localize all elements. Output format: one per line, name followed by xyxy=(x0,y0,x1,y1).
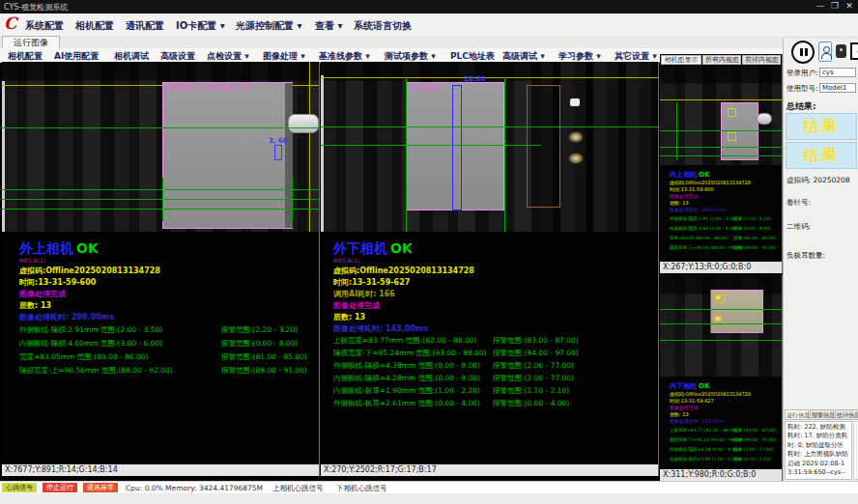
menu-io-config[interactable]: IO卡配置 ▾ xyxy=(176,19,225,33)
virtual-code-label: 虚拟码: 20250208 xyxy=(786,176,850,185)
mini-tab-camera-view[interactable]: 相机图显示 xyxy=(661,55,701,65)
orange-roi-box xyxy=(527,85,560,208)
mini-panel-inner-lower: 内下相机OK 虚拟码:Offline2025020813134728 时间:13… xyxy=(660,275,783,481)
measurement-row: 外侧极线-极耳=2.61mm 范围:(0.60 - 4.00) 报警范围:(0.… xyxy=(333,399,652,410)
alarm-range: 报警范围:(89.00 - 91.00) xyxy=(221,366,307,376)
measure-line-1 xyxy=(660,130,782,131)
menu-comm-config[interactable]: 通讯配置 xyxy=(126,19,164,33)
roller xyxy=(288,114,319,133)
user-login-button[interactable] xyxy=(818,42,832,62)
alarm-range: 报警:(89.00 - 91.00) xyxy=(733,245,776,250)
camera-name: 内下相机 xyxy=(670,382,697,390)
pause-button[interactable] xyxy=(791,41,815,64)
measurement-value: 内侧极线-隔膜=4.28mm 范围:(0.00 - 9.00) xyxy=(333,374,480,383)
electrode-region xyxy=(721,102,758,160)
process-done-line: 图像处理完成 xyxy=(19,289,66,299)
measurement-value: 上极宽度=83.77 (82.00 - 88.00) xyxy=(670,428,737,433)
mes-label: MES:B(1) xyxy=(333,257,359,264)
stats-tab-alarm[interactable]: 报警信息 xyxy=(810,409,834,420)
camera-name: 外上相机 xyxy=(19,240,73,256)
elapsed-line: 图像处理耗时: 143.00ms xyxy=(333,323,428,334)
measurement-value: 隔膜宽度-下=95.24mm 范围:(93.00 - 98.00) xyxy=(333,349,487,358)
measure-line-4 xyxy=(2,209,319,210)
mini-camera-image[interactable] xyxy=(660,275,782,377)
measure-line-2 xyxy=(660,323,782,324)
measurement-row: 宽度=83.05 (80.00 - 86.00) 报警:(81.00 - 85.… xyxy=(670,236,778,243)
ai-region-label: AI检测区域 xyxy=(409,83,443,93)
layers-line: 层数: 13 xyxy=(670,411,689,417)
measure-line-1 xyxy=(660,309,782,310)
result-box-1: 结果 xyxy=(786,113,857,140)
mini-tab-all-views[interactable]: 所有内视图 xyxy=(702,55,741,65)
measurement-value: 内侧极线-隔膜:4.60mm 范围:(3.00 - 6.00) xyxy=(19,339,162,349)
stats-tab-run[interactable]: 运行信息 xyxy=(785,409,809,420)
tab-run-image[interactable]: 运行图像 xyxy=(2,36,60,48)
measure-line-1 xyxy=(321,126,658,127)
mes-label: MES:B(1) xyxy=(19,257,45,264)
blue-measure-box xyxy=(274,145,282,160)
menu-language-switch[interactable]: 系统语言切换 xyxy=(354,19,412,33)
minimize-button[interactable]: — xyxy=(814,1,827,11)
exit-button[interactable]: → xyxy=(850,42,858,60)
user-icon xyxy=(823,46,830,53)
measurement-row: 内侧极线-极耳=1.90 (1.00 - 2.20) 报警:(1.10 - 2.… xyxy=(670,457,778,464)
yellow-marker-box xyxy=(728,108,736,117)
mini-tab-front-views[interactable]: 前排内视图 xyxy=(742,55,781,65)
measurement-row: 内侧极线-隔膜:4.60 (3.00 - 6.00) 报警:(0.00 - 8.… xyxy=(670,226,778,234)
maximize-button[interactable]: ❐ xyxy=(828,1,842,11)
alarm-range: 报警:(1.10 - 2.10) xyxy=(733,457,771,462)
reflection-glint xyxy=(568,131,584,143)
barcode-line: 虚拟码:Offline2025020813134728 xyxy=(19,266,160,276)
alarm-range: 报警:(94.00 - 97.00) xyxy=(733,437,776,442)
camera-image-outer-upper[interactable]: 固定阈值:93, 动态阈值:100 3, 66 xyxy=(2,62,319,232)
measurement-row: 上极宽度=83.77 (82.00 - 88.00) 报警:(83.00 - 8… xyxy=(670,428,778,435)
alarm-range: 报警范围:(0.00 - 8.00) xyxy=(221,339,298,349)
stats-scrollbar[interactable] xyxy=(853,421,858,480)
tab-strip: 运行图像 xyxy=(0,36,858,49)
menu-system-config[interactable]: 系统配置 xyxy=(25,19,64,33)
measurement-value: 外侧极线-隔膜=4.38mm 范围:(0.00 - 9.00) xyxy=(333,361,480,371)
control-panel: → 登录用户: cys 使用型号: Model1 总结果: 结果 结果 虚拟码:… xyxy=(783,39,858,481)
barcode-line: 虚拟码:Offline2025020813134728 xyxy=(333,266,474,276)
stats-tab-statistics[interactable]: 统计信息 xyxy=(835,409,858,420)
tab-highlight xyxy=(712,314,724,323)
camera-name: 内上相机 xyxy=(670,171,697,179)
electrode-region xyxy=(162,82,293,229)
status-ok: OK xyxy=(699,171,709,179)
status-ok: OK xyxy=(76,240,99,256)
login-user-label: 登录用户: xyxy=(786,69,818,78)
lock-button[interactable] xyxy=(836,44,846,58)
layers-line: 层数: 13 xyxy=(670,200,689,206)
mini-camera-image[interactable] xyxy=(660,65,782,165)
blue-measure-label: 3, 66 xyxy=(269,137,288,145)
login-user-field[interactable]: cys xyxy=(819,68,856,77)
mini-result-title: 内上相机OK xyxy=(670,170,709,180)
model-field[interactable]: Model1 xyxy=(819,83,856,93)
alarm-range: 报警范围:(2.00 - 77.00) xyxy=(493,361,574,371)
camera-image-outer-lower[interactable]: AI检测区域 28.80 xyxy=(321,62,658,232)
needle-number-label: 卷针号: xyxy=(786,198,811,208)
boundary-yellow-line xyxy=(309,62,310,232)
upper-camera-heartbeat-text: 上相机心跳信号 xyxy=(272,484,324,493)
mini-result-title: 内下相机OK xyxy=(670,381,709,391)
layers-line: 层数: 13 xyxy=(19,300,51,311)
measure-vline-1 xyxy=(162,178,163,221)
measurement-value: 外侧极线-隔膜:2.91 (2.00 - 3.50) xyxy=(670,216,737,221)
stats-log-text[interactable]: 耗时: 222, 缺陷检测耗时: 17, 缺陷分类耗时: 0, 缺陷提取分区耗时… xyxy=(785,421,852,480)
measurement-value: 外侧极线-隔膜:2.91mm 范围:(2.00 - 3.50) xyxy=(19,325,162,335)
measurement-value: 隔膜宽度-下=95.24 (93.00 - 98.00) xyxy=(670,437,743,442)
comm-error-badge: 通讯异常 xyxy=(83,483,118,492)
measurement-value: 外侧极线-极耳=2.61mm 范围:(0.60 - 4.00) xyxy=(333,399,480,408)
menu-light-config[interactable]: 光源控制配置 ▾ xyxy=(236,19,302,33)
menu-camera-config[interactable]: 相机配置 xyxy=(75,19,114,33)
measurement-value: 上极宽度=83.77mm 范围:(82.00 - 88.00) xyxy=(333,336,477,346)
stopped-badge: 停止运行 xyxy=(43,483,77,492)
measurement-row: 外侧极线-隔膜:2.91 (2.00 - 3.50) 报警:(2.20 - 3.… xyxy=(670,216,778,224)
cpu-memory-text: Cpu: 0.0% Memory: 3424.41796875M xyxy=(126,484,263,492)
measure-vline-1 xyxy=(710,290,711,333)
measure-vline-2 xyxy=(504,77,505,232)
menu-view[interactable]: 查看 ▾ xyxy=(315,19,343,33)
pause-icon xyxy=(800,48,803,56)
measurement-row: 宽度=83.05mm 范围:(80.00 - 86.00) 报警范围:(81.0… xyxy=(19,352,315,364)
close-button[interactable]: ✕ xyxy=(843,1,856,11)
